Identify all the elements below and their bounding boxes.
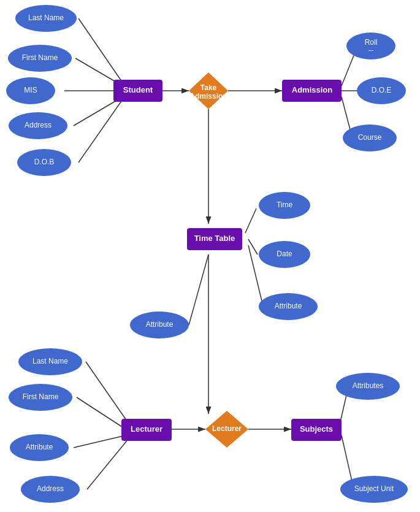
lecturer-diamond-label: Lecturer [212,424,242,433]
lecturer-label: Lecturer [131,424,162,434]
attr-last-name-student-label: Last Name [28,13,64,22]
svg-line-17 [86,362,128,422]
svg-line-18 [77,397,126,429]
svg-line-15 [189,254,208,325]
attr-time-timetable-label: Time [277,201,293,209]
attr-attribute-left-timetable-label: Attribute [146,320,174,329]
attr-roll-admission-label: Roll [365,38,378,47]
take-admission-label: Take [200,83,217,92]
attr-attributes-subjects-label: Attributes [353,381,384,390]
svg-line-12 [245,208,256,233]
svg-line-20 [87,438,129,489]
svg-line-8 [342,51,356,86]
attr-doe-admission-label: D.O.E [372,86,392,94]
attr-subject-unit-subjects-label: Subject Unit [354,484,394,493]
attr-dob-student-label: D.O.B [34,158,55,166]
student-label: Student [123,85,153,94]
take-admission-label2: Admission [189,92,227,101]
attr-course-admission-label: Course [358,133,382,142]
svg-line-10 [342,97,351,132]
attr-attribute-lecturer-label: Attribute [26,443,53,451]
attr-roll-admission-label2: -- [368,46,373,55]
attr-last-name-lecturer-label: Last Name [32,357,68,365]
svg-line-5 [78,99,123,162]
attr-first-name-lecturer-label: First Name [23,392,59,401]
attr-address-lecturer-label: Address [37,484,64,493]
attr-mis-student-label: MIS [24,86,37,94]
subjects-label: Subjects [300,424,333,434]
attr-address-student-label: Address [25,121,52,129]
attr-attribute-timetable-label: Attribute [275,302,302,310]
attr-date-timetable-label: Date [277,250,292,258]
svg-line-23 [340,392,347,422]
attr-first-name-student-label: First Name [22,53,58,62]
admission-label: Admission [292,85,333,94]
svg-line-19 [74,435,126,448]
timetable-label: Time Table [194,234,235,243]
